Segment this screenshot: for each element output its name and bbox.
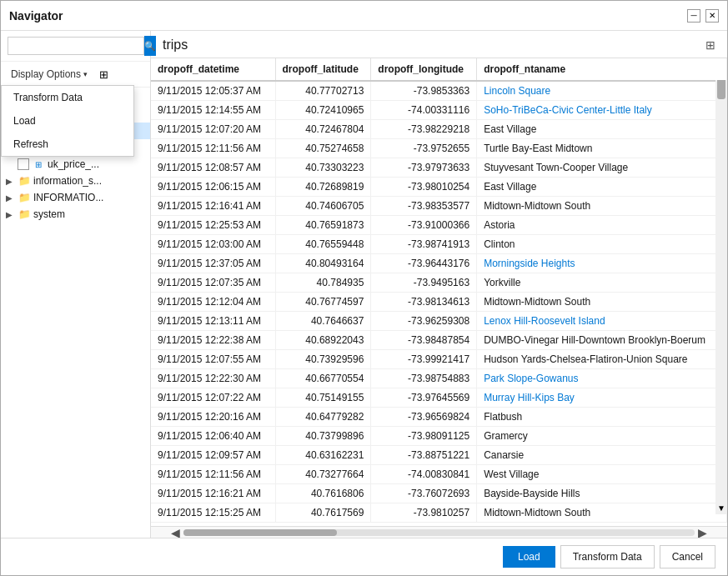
- col-header-datetime: dropoff_datetime: [151, 58, 275, 81]
- display-options-button[interactable]: Display Options ▾: [8, 67, 91, 82]
- cell-latitude: 40.75149155: [275, 388, 371, 408]
- close-button[interactable]: ✕: [705, 9, 719, 23]
- chevron-down-icon: ▾: [83, 70, 88, 78]
- cell-longitude: -73.98134613: [371, 293, 477, 312]
- tree-expander: ▶: [6, 193, 18, 203]
- load-button[interactable]: Load: [503, 546, 555, 568]
- list-item[interactable]: ▶ 📁 system: [1, 206, 150, 223]
- tree-expander: ▶: [6, 177, 18, 186]
- export-icon: ⊞: [705, 38, 715, 52]
- cell-ntaname: Canarsie: [477, 446, 727, 465]
- dropdown-item-load[interactable]: Load: [2, 109, 133, 133]
- cell-ntaname: Midtown-Midtown South: [477, 503, 727, 523]
- cell-datetime: 9/11/2015 12:07:55 AM: [151, 350, 275, 369]
- cell-latitude: 40.80493164: [275, 254, 371, 273]
- cell-ntaname: Morningside Heights: [477, 254, 727, 273]
- cell-latitude: 40.76774597: [275, 293, 371, 312]
- list-item[interactable]: ⊞ uk_price_...: [1, 156, 150, 173]
- cell-latitude: 40.73799896: [275, 427, 371, 446]
- table-row: 9/11/2015 12:06:40 AM40.73799896-73.9809…: [151, 427, 727, 446]
- cell-datetime: 9/11/2015 12:07:20 AM: [151, 120, 275, 139]
- display-icon-button[interactable]: ⊞: [94, 65, 113, 83]
- list-item[interactable]: ▶ 📁 INFORMATIO...: [1, 189, 150, 206]
- list-item[interactable]: ▶ 📁 information_s...: [1, 173, 150, 189]
- cell-datetime: 9/11/2015 12:11:56 AM: [151, 465, 275, 484]
- cell-datetime: 9/11/2015 12:07:35 AM: [151, 273, 275, 293]
- cell-longitude: -73.91000366: [371, 216, 477, 235]
- table-row: 9/11/2015 12:07:55 AM40.73929596-73.9992…: [151, 350, 727, 369]
- cell-datetime: 9/11/2015 12:20:16 AM: [151, 408, 275, 427]
- cancel-button[interactable]: Cancel: [660, 545, 715, 568]
- cell-datetime: 9/11/2015 12:06:40 AM: [151, 427, 275, 446]
- cell-datetime: 9/11/2015 12:08:57 AM: [151, 158, 275, 178]
- cell-ntaname: West Village: [477, 465, 727, 484]
- cell-latitude: 40.76591873: [275, 216, 371, 235]
- tree-item-label: system: [33, 208, 65, 220]
- cell-ntaname: Yorkville: [477, 273, 727, 293]
- scroll-down-button[interactable]: ▼: [715, 502, 727, 514]
- left-panel: 🔍 Display Options ▾ ⊞ Transform Data Loa…: [1, 31, 151, 538]
- folder-icon: 📁: [18, 175, 31, 187]
- vertical-scrollbar[interactable]: ▲ ▼: [715, 58, 727, 514]
- cell-ntaname: Turtle Bay-East Midtown: [477, 139, 727, 158]
- scroll-left-button[interactable]: ◀: [168, 526, 183, 538]
- cell-latitude: 40.72689819: [275, 178, 371, 197]
- table-row: 9/11/2015 12:06:15 AM40.72689819-73.9801…: [151, 178, 727, 197]
- data-header: trips ⊞: [151, 31, 727, 58]
- dropdown-menu: Transform Data Load Refresh: [1, 85, 134, 157]
- navigator-window: Navigator ─ ✕ 🔍 Display Options ▾: [0, 0, 728, 576]
- cell-longitude: -73.76072693: [371, 484, 477, 503]
- transform-data-button[interactable]: Transform Data: [560, 545, 655, 568]
- scroll-right-button[interactable]: ▶: [695, 526, 710, 538]
- minimize-button[interactable]: ─: [687, 9, 700, 23]
- data-table: dropoff_datetime dropoff_latitude dropof…: [151, 58, 727, 523]
- cell-ntaname: Flatbush: [477, 408, 727, 427]
- search-input[interactable]: [8, 37, 144, 55]
- window-title: Navigator: [9, 9, 63, 23]
- cell-ntaname: Clinton: [477, 235, 727, 254]
- data-table-scroll[interactable]: dropoff_datetime dropoff_latitude dropof…: [151, 58, 727, 526]
- table-row: 9/11/2015 12:13:11 AM40.7646637-73.96259…: [151, 312, 727, 331]
- table-row: 9/11/2015 12:37:05 AM40.80493164-73.9644…: [151, 254, 727, 273]
- cell-latitude: 40.784935: [275, 273, 371, 293]
- table-row: 9/11/2015 12:05:37 AM40.77702713-73.9853…: [151, 81, 727, 101]
- cell-longitude: -73.98229218: [371, 120, 477, 139]
- export-button[interactable]: ⊞: [705, 38, 715, 52]
- cell-ntaname: Murray Hill-Kips Bay: [477, 388, 727, 408]
- table-row: 9/11/2015 12:09:57 AM40.63162231-73.8875…: [151, 446, 727, 465]
- bottom-bar: Load Transform Data Cancel: [1, 538, 727, 575]
- table-row: 9/11/2015 12:25:53 AM40.76591873-73.9100…: [151, 216, 727, 235]
- cell-latitude: 40.64779282: [275, 408, 371, 427]
- search-button[interactable]: 🔍: [144, 36, 156, 56]
- cell-ntaname: Hudson Yards-Chelsea-Flatiron-Union Squa…: [477, 350, 727, 369]
- horizontal-scrollbar[interactable]: [183, 529, 695, 536]
- table-row: 9/11/2015 12:07:35 AM40.784935-73.949516…: [151, 273, 727, 293]
- cell-longitude: -73.96569824: [371, 408, 477, 427]
- search-icon: 🔍: [144, 41, 156, 52]
- cell-latitude: 40.73277664: [275, 465, 371, 484]
- folder-icon: 📁: [18, 192, 31, 203]
- table-row: 9/11/2015 12:08:57 AM40.73303223-73.9797…: [151, 158, 727, 178]
- cell-longitude: -73.97973633: [371, 158, 477, 178]
- dropdown-item-transform[interactable]: Transform Data: [2, 86, 133, 109]
- main-area: 🔍 Display Options ▾ ⊞ Transform Data Loa…: [1, 31, 727, 538]
- table-row: 9/11/2015 12:20:16 AM40.64779282-73.9656…: [151, 408, 727, 427]
- tree-item-label: information_s...: [33, 175, 102, 187]
- cell-longitude: -74.00331116: [371, 101, 477, 120]
- search-bar: 🔍: [1, 31, 150, 62]
- dropdown-item-refresh[interactable]: Refresh: [2, 133, 133, 156]
- cell-latitude: 40.75274658: [275, 139, 371, 158]
- cell-latitude: 40.74606705: [275, 197, 371, 216]
- table-row: 9/11/2015 12:22:38 AM40.68922043-73.9848…: [151, 331, 727, 350]
- cell-latitude: 40.63162231: [275, 446, 371, 465]
- cell-longitude: -73.9810257: [371, 503, 477, 523]
- cell-longitude: -73.98010254: [371, 178, 477, 197]
- cell-latitude: 40.73929596: [275, 350, 371, 369]
- table-icon: ⊞: [32, 158, 45, 170]
- cell-longitude: -73.96259308: [371, 312, 477, 331]
- table-row: 9/11/2015 12:03:00 AM40.76559448-73.9874…: [151, 235, 727, 254]
- cell-longitude: -73.98741913: [371, 235, 477, 254]
- right-panel: trips ⊞ dropoff_datetime dropoff_latitud…: [151, 31, 727, 538]
- cell-longitude: -73.96443176: [371, 254, 477, 273]
- tree-checkbox[interactable]: [18, 158, 29, 170]
